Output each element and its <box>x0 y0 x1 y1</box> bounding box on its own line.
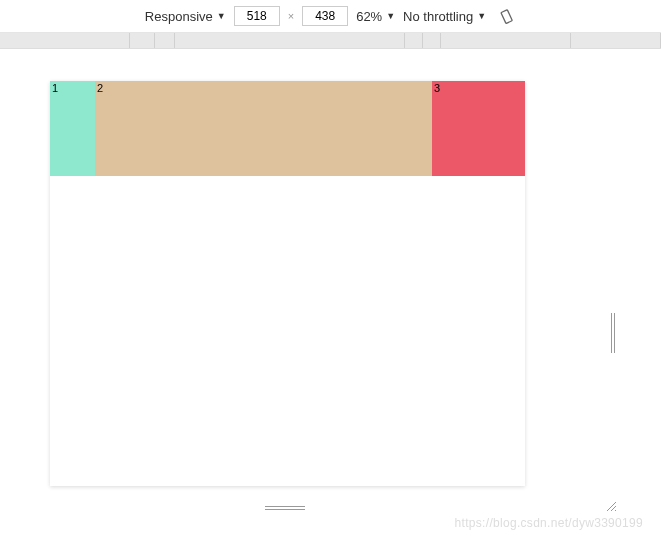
svg-rect-0 <box>501 10 512 24</box>
dimension-separator: × <box>288 10 294 22</box>
caret-down-icon: ▼ <box>386 11 395 21</box>
flex-col-2: 2 <box>95 81 432 176</box>
width-input[interactable] <box>234 6 280 26</box>
col-label: 1 <box>50 81 95 95</box>
caret-down-icon: ▼ <box>217 11 226 21</box>
watermark: https://blog.csdn.net/dyw3390199 <box>455 516 643 530</box>
flex-col-1: 1 <box>50 81 95 176</box>
svg-line-3 <box>615 510 616 511</box>
flex-col-3: 3 <box>432 81 525 176</box>
resize-handle-right[interactable] <box>611 313 617 353</box>
svg-line-1 <box>607 502 616 511</box>
device-label: Responsive <box>145 9 213 24</box>
col-label: 3 <box>432 81 525 95</box>
throttling-label: No throttling <box>403 9 473 24</box>
device-viewport: 1 2 3 <box>50 81 525 486</box>
device-dropdown[interactable]: Responsive ▼ <box>145 9 226 24</box>
throttling-dropdown[interactable]: No throttling ▼ <box>403 9 486 24</box>
height-input[interactable] <box>302 6 348 26</box>
resize-handle-corner[interactable] <box>605 500 617 512</box>
col-label: 2 <box>95 81 432 95</box>
canvas-area: 1 2 3 <box>0 49 661 540</box>
flex-row: 1 2 3 <box>50 81 525 176</box>
zoom-label: 62% <box>356 9 382 24</box>
ruler-bar <box>0 33 661 49</box>
zoom-dropdown[interactable]: 62% ▼ <box>356 9 395 24</box>
device-toolbar: Responsive ▼ × 62% ▼ No throttling ▼ <box>0 0 661 33</box>
rotate-icon[interactable] <box>500 8 516 24</box>
caret-down-icon: ▼ <box>477 11 486 21</box>
resize-handle-bottom[interactable] <box>265 506 305 512</box>
